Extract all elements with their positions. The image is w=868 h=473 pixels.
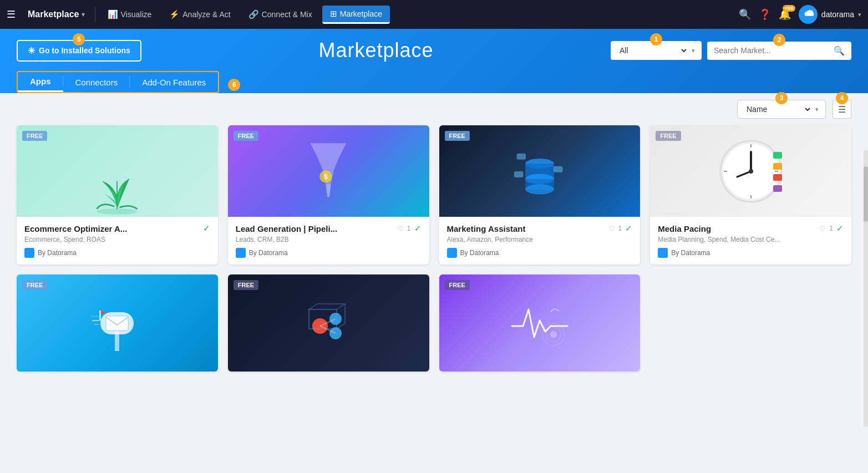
connect-label: Connect & Mix: [262, 10, 312, 19]
card-author-lead: By Datorama: [236, 248, 422, 258]
badge-1: 1: [650, 33, 662, 45]
card-title-ecommerce: Ecommerce Optimizer A...: [24, 224, 127, 233]
card-meta-marketing: ♡ 1 ✓: [608, 223, 633, 233]
card-check-icon-marketing: ✓: [625, 223, 632, 233]
svg-text:$: $: [324, 172, 328, 180]
card-by-media: By Datorama: [671, 249, 710, 257]
card-title-row-media: Media Pacing ♡ 1 ✓: [658, 223, 844, 233]
marketplace-nav-icon: ⊞: [330, 9, 337, 19]
tab-connectors[interactable]: Connectors: [63, 73, 130, 91]
scrollbar-track[interactable]: [864, 150, 868, 388]
filter-chevron-icon: ▾: [692, 47, 695, 54]
card-tags-ecommerce: Ecommerce, Spend, ROAS: [24, 236, 210, 243]
analyze-label: Analyze & Act: [182, 10, 230, 19]
card-title-row: Ecommerce Optimizer A... ✓: [24, 223, 210, 233]
heart-count-media: 1: [829, 225, 833, 232]
user-avatar[interactable]: datorama ▾: [799, 5, 861, 24]
visualize-label: Visualize: [121, 10, 152, 19]
card-author-media: By Datorama: [658, 248, 844, 258]
nav-visualize[interactable]: 📊 Visualize: [100, 6, 160, 23]
search-magnifier-icon[interactable]: 🔍: [834, 45, 845, 56]
topnav-right: 🔍 ❓ 🔔 +99 datorama ▾: [739, 5, 861, 24]
list-view-icon: ☰: [838, 104, 846, 115]
heart-icon-media: ♡: [819, 225, 826, 233]
page-title: Marketplace: [318, 39, 433, 62]
list-icon-wrapper: 4 ☰: [833, 100, 851, 119]
search-icon-btn[interactable]: 🔍: [739, 8, 751, 21]
card-title-row-marketing: Marketing Assistant ♡ 1 ✓: [447, 223, 633, 233]
svg-rect-19: [773, 174, 782, 181]
svg-rect-17: [773, 152, 782, 159]
svg-rect-10: [554, 166, 563, 172]
avatar-circle: [799, 5, 818, 24]
notifications-badge: +99: [783, 5, 795, 12]
hamburger-icon[interactable]: ☰: [7, 8, 16, 21]
badge-6-wrapper: 6: [228, 79, 240, 91]
card-by-marketing: By Datorama: [460, 249, 499, 257]
notifications-icon-btn[interactable]: 🔔 +99: [779, 8, 791, 21]
brand-menu[interactable]: Marketplace ▾: [22, 9, 90, 19]
svg-rect-18: [773, 163, 782, 170]
sort-row: 3 Name Popularity Date Added ▾ 4 ☰: [0, 93, 868, 125]
user-name: datorama: [821, 10, 854, 19]
card-title-row-lead: Lead Generation | Pipeli... ♡ 1 ✓: [236, 223, 422, 233]
card-check-icon-lead: ✓: [414, 223, 422, 233]
clock-illustration: [715, 135, 787, 207]
heart-icon-lead: ♡: [397, 225, 404, 233]
svg-rect-11: [514, 171, 524, 177]
badge-2: 2: [773, 34, 785, 46]
salesforce-cloud-icon: [803, 10, 814, 19]
card-image-dark: FREE: [228, 274, 429, 372]
card-title-media: Media Pacing: [658, 224, 711, 233]
sort-chevron-icon: ▾: [815, 106, 819, 113]
svg-point-0: [97, 208, 138, 215]
scrollbar-thumb[interactable]: [864, 166, 868, 222]
nav-connect[interactable]: 🔗 Connect & Mix: [241, 6, 320, 23]
card-purple[interactable]: FREE: [439, 274, 641, 372]
card-body-marketing: Marketing Assistant ♡ 1 ✓ Alexa, Amazon,…: [439, 217, 641, 265]
filter-select[interactable]: All Apps Connectors Add-On Features: [617, 45, 688, 55]
sort-select-input[interactable]: Name Popularity Date Added: [744, 104, 812, 114]
tab-apps[interactable]: Apps: [18, 72, 63, 92]
datorama-logo-icon-media: [658, 248, 668, 258]
card-free-badge-media: FREE: [656, 131, 681, 141]
datorama-logo-icon-marketing: [447, 248, 457, 258]
card-free-badge-lead: FREE: [234, 131, 258, 141]
card-free-badge-marketing: FREE: [445, 131, 470, 141]
card-check-icon: ✓: [203, 223, 210, 233]
svg-rect-27: [106, 316, 128, 330]
card-media[interactable]: FREE: [650, 125, 851, 265]
tab-addon[interactable]: Add-On Features: [130, 73, 218, 91]
gear-illustration: [303, 296, 353, 351]
card-image-media: FREE: [650, 125, 851, 217]
nav-analyze[interactable]: ⚡ Analyze & Act: [161, 6, 238, 23]
plant-illustration: [87, 150, 148, 217]
heart-count-marketing: 1: [618, 225, 622, 232]
card-tags-media: Media Planning, Spend, Media Cost Ce...: [658, 236, 844, 243]
card-email[interactable]: FREE: [17, 274, 218, 372]
installed-icon: ✳: [28, 45, 35, 56]
installed-btn-wrapper: 5 ✳ Go to Installed Solutions: [17, 40, 141, 62]
card-image-marketing: FREE: [439, 125, 641, 217]
nav-separator: [95, 7, 95, 22]
header-title-area: Marketplace: [153, 39, 600, 62]
card-lead[interactable]: FREE $ Lead Generation | Pipeli... ♡ 1: [228, 125, 429, 265]
nav-marketplace[interactable]: ⊞ Marketplace: [322, 6, 390, 24]
card-ecommerce[interactable]: FREE Ecommerce Optimizer A... ✓: [17, 125, 218, 265]
card-dark[interactable]: FREE: [228, 274, 429, 372]
header-top-row: 5 ✳ Go to Installed Solutions Marketplac…: [17, 39, 851, 62]
brand-label: Marketplace: [28, 9, 79, 19]
pulse-illustration: [509, 296, 570, 351]
topnav: ☰ Marketplace ▾ 📊 Visualize ⚡ Analyze & …: [0, 0, 868, 29]
marketplace-nav-label: Marketplace: [340, 9, 382, 18]
svg-rect-28: [99, 311, 101, 321]
filter-wrapper: 1 All Apps Connectors Add-On Features ▾: [611, 41, 702, 60]
card-free-badge-dark: FREE: [234, 280, 258, 290]
card-marketing[interactable]: FREE Marketing Assistant ♡: [439, 125, 641, 265]
connect-icon: 🔗: [248, 9, 259, 19]
heart-count-lead: 1: [407, 225, 411, 232]
help-icon-btn[interactable]: ❓: [759, 8, 771, 21]
search-input[interactable]: [714, 46, 830, 55]
card-image-ecommerce: FREE: [17, 125, 218, 217]
heart-icon-marketing: ♡: [608, 225, 615, 233]
